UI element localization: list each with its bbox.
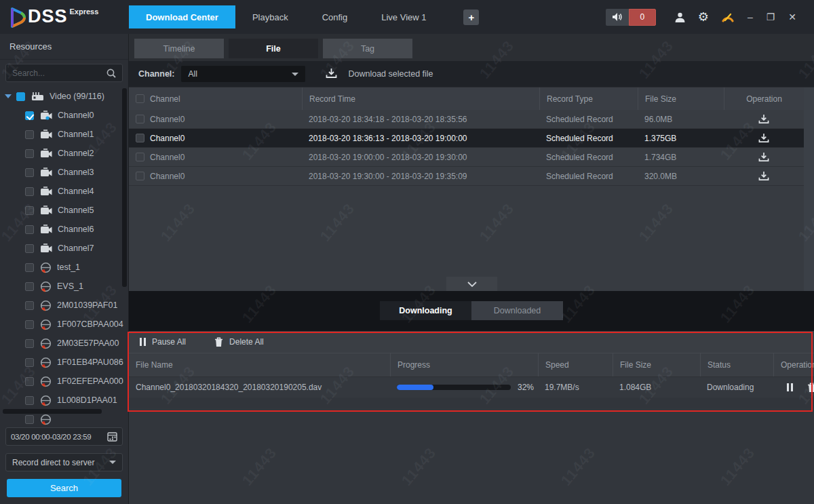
- channel-select[interactable]: All: [181, 66, 305, 82]
- tree-item[interactable]: EVS_1: [0, 277, 125, 296]
- camera-channel-icon: [40, 111, 52, 120]
- row-checkbox[interactable]: [136, 134, 144, 142]
- tree-item[interactable]: 1F01EB4PAU086: [0, 353, 125, 372]
- search-button[interactable]: Search: [7, 479, 121, 497]
- cell-record-type: Scheduled Record: [539, 167, 638, 185]
- search-placeholder: Search...: [12, 69, 106, 78]
- item-checkbox[interactable]: [25, 187, 34, 196]
- download-selected-icon[interactable]: [326, 68, 337, 81]
- item-checkbox[interactable]: [25, 301, 34, 310]
- camera-channel-icon: [40, 149, 52, 158]
- download-icon[interactable]: [758, 152, 769, 162]
- tab-config[interactable]: Config: [305, 5, 365, 28]
- download-selected-label[interactable]: Download selected file: [348, 69, 433, 79]
- pause-all-button[interactable]: Pause All: [140, 337, 186, 347]
- file-table-row[interactable]: Channel0 2018-03-20 18:36:13 - 2018-03-2…: [129, 129, 804, 148]
- device-icon: [40, 319, 52, 330]
- item-checkbox[interactable]: [25, 244, 34, 253]
- tab-tag[interactable]: Tag: [323, 39, 412, 58]
- file-table-row[interactable]: Channel0 2018-03-20 19:00:00 - 2018-03-2…: [129, 148, 804, 167]
- item-checkbox[interactable]: [25, 358, 34, 367]
- tree-item[interactable]: 2M03E57PAA00: [0, 334, 125, 353]
- item-checkbox[interactable]: [25, 263, 34, 272]
- tree-item[interactable]: 1L008D1PAA01: [0, 391, 125, 410]
- file-table-row[interactable]: Channel0 2018-03-20 18:34:18 - 2018-03-2…: [129, 110, 804, 129]
- file-toolbar: Channel: All Download selected file: [129, 61, 814, 87]
- tab-playback[interactable]: Playback: [235, 5, 305, 28]
- download-row[interactable]: Channel0_20180320184320_20180320190205.d…: [129, 376, 814, 398]
- download-icon[interactable]: [758, 133, 769, 143]
- item-checkbox[interactable]: [25, 339, 34, 348]
- brand-name: DSS: [28, 6, 68, 26]
- item-checkbox[interactable]: [25, 149, 34, 158]
- performance-gauge-icon[interactable]: [721, 12, 735, 22]
- tab-file[interactable]: File: [229, 39, 318, 58]
- row-checkbox[interactable]: [136, 115, 144, 123]
- tree-vertical-scrollbar[interactable]: [122, 88, 127, 287]
- tree-item[interactable]: Channel5: [0, 201, 125, 220]
- item-label: Channel4: [58, 187, 94, 196]
- speaker-icon[interactable]: [606, 9, 629, 26]
- item-checkbox[interactable]: [25, 377, 34, 386]
- tab-download-center[interactable]: Download Center: [129, 5, 235, 28]
- tree-horizontal-scrollbar[interactable]: [3, 409, 102, 414]
- pause-download-icon[interactable]: [787, 383, 793, 391]
- tab-downloaded[interactable]: Downloaded: [471, 301, 563, 320]
- minimize-button[interactable]: –: [748, 12, 753, 22]
- item-checkbox[interactable]: [25, 320, 34, 329]
- tree-item[interactable]: 1F02EFEPAA000: [0, 372, 125, 391]
- collapse-panel-button[interactable]: [446, 277, 497, 291]
- user-icon[interactable]: [674, 12, 686, 23]
- tree-item[interactable]: Channel3: [0, 163, 125, 182]
- item-checkbox[interactable]: [25, 396, 34, 405]
- tree-item[interactable]: test_1: [0, 258, 125, 277]
- item-checkbox[interactable]: [25, 206, 34, 215]
- close-button[interactable]: ✕: [788, 12, 796, 22]
- settings-gear-icon[interactable]: ⚙: [698, 9, 709, 24]
- item-checkbox[interactable]: [25, 225, 34, 234]
- item-checkbox[interactable]: [25, 282, 34, 291]
- tree-item[interactable]: Channel6: [0, 220, 125, 239]
- item-label: Channel5: [58, 206, 94, 215]
- tree-item[interactable]: 2M01039PAF01: [0, 296, 125, 315]
- record-source-select[interactable]: Record direct to server: [5, 453, 123, 471]
- file-table-scrollbar[interactable]: [804, 88, 814, 291]
- file-table-row[interactable]: Channel0 2018-03-20 19:30:00 - 2018-03-2…: [129, 167, 804, 186]
- col-channel: Channel: [150, 94, 180, 104]
- tab-downloading[interactable]: Downloading: [380, 301, 471, 320]
- row-checkbox[interactable]: [136, 153, 144, 161]
- tab-live-view[interactable]: Live View 1: [364, 5, 443, 28]
- item-checkbox[interactable]: [25, 415, 34, 424]
- item-label: Video (99/116): [50, 92, 104, 101]
- tab-timeline[interactable]: Timeline: [134, 39, 224, 58]
- delete-all-button[interactable]: Delete All: [214, 337, 264, 347]
- delete-download-icon[interactable]: [807, 383, 814, 393]
- cell-record-time: 2018-03-20 19:00:00 - 2018-03-20 19:30:0…: [302, 148, 539, 166]
- download-icon[interactable]: [758, 171, 769, 181]
- tree-item[interactable]: Channel2: [0, 144, 125, 163]
- maximize-button[interactable]: ❐: [767, 12, 775, 22]
- item-checkbox[interactable]: [16, 92, 25, 101]
- tree-item[interactable]: 1F007CBPAA004: [0, 315, 125, 334]
- add-tab-button[interactable]: +: [463, 9, 479, 25]
- item-checkbox[interactable]: [25, 130, 34, 139]
- tree-item[interactable]: Video (99/116): [0, 87, 125, 106]
- expand-triangle-icon[interactable]: [5, 94, 12, 98]
- select-all-checkbox[interactable]: [136, 94, 144, 103]
- alarm-center[interactable]: 0: [606, 9, 656, 26]
- tree-item[interactable]: Channel7: [0, 239, 125, 258]
- cell-status: Downloading: [700, 377, 773, 398]
- tree-item[interactable]: Channel4: [0, 182, 125, 201]
- item-checkbox[interactable]: [25, 168, 34, 177]
- download-icon[interactable]: [758, 114, 769, 124]
- time-range-field[interactable]: 03/20 00:00-03/20 23:59: [5, 427, 123, 446]
- col-file-name: File Name: [129, 353, 390, 376]
- cell-record-type: Scheduled Record: [539, 129, 638, 147]
- row-checkbox[interactable]: [136, 172, 144, 180]
- item-label: Channel0: [58, 111, 94, 120]
- item-checkbox[interactable]: [25, 111, 34, 120]
- cell-record-time: 2018-03-20 18:36:13 - 2018-03-20 19:00:0…: [302, 129, 539, 147]
- tree-item[interactable]: Channel1: [0, 125, 125, 144]
- tree-item[interactable]: Channel0: [0, 106, 125, 125]
- resource-search-input[interactable]: Search...: [5, 64, 123, 82]
